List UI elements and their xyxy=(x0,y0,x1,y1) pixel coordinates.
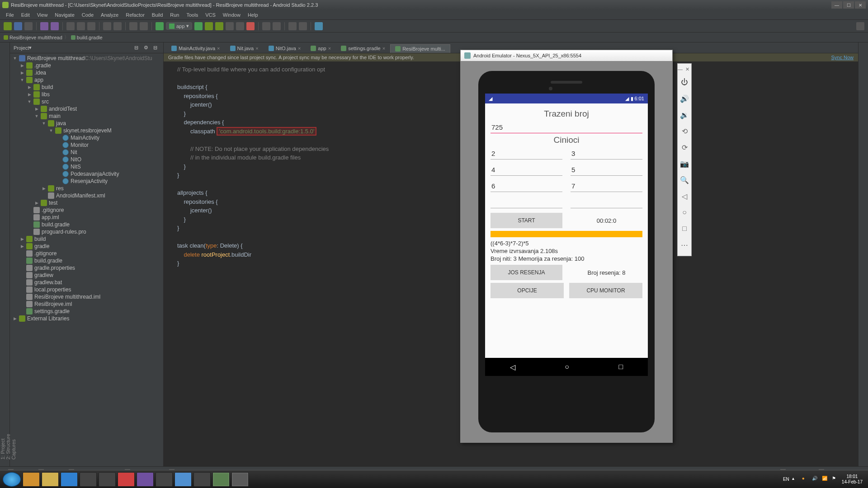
factor-input[interactable] xyxy=(491,180,562,192)
tree-node[interactable]: ▶.gradle xyxy=(10,62,163,69)
sync-now-link[interactable]: Sync Now xyxy=(831,55,854,60)
tree-node[interactable]: ▶libs xyxy=(10,91,163,98)
menu-run[interactable]: Run xyxy=(166,12,183,18)
task-icon[interactable] xyxy=(231,472,249,487)
tree-node[interactable]: .gitignore xyxy=(10,250,163,257)
cpu-monitor-button[interactable]: CPU MONITOR xyxy=(569,283,642,298)
replace-icon[interactable] xyxy=(113,22,122,30)
project-tree[interactable]: ▼ResiBrojeve multithread C:\Users\Skynet… xyxy=(10,53,163,466)
menu-window[interactable]: Window xyxy=(219,12,244,18)
emulator-control-icon[interactable]: ⏻ xyxy=(678,74,691,90)
emulator-control-icon[interactable]: ◁ xyxy=(678,188,691,204)
emulator-control-icon[interactable]: 🔍 xyxy=(678,172,691,188)
tree-node[interactable]: AndroidManifest.xml xyxy=(10,192,163,199)
tree-node[interactable]: settings.gradle xyxy=(10,308,163,315)
emu-close-button[interactable]: ✕ xyxy=(685,66,689,72)
editor-tab[interactable]: settings.gradle × xyxy=(336,44,390,53)
task-icon[interactable] xyxy=(156,472,173,487)
editor-tab[interactable]: ResiBrojeve multi... xyxy=(390,44,450,53)
tray-icon[interactable]: ● xyxy=(802,476,809,483)
emulator-control-icon[interactable]: ⋯ xyxy=(678,237,691,253)
forward-icon[interactable] xyxy=(140,22,148,30)
editor-tab[interactable]: Nit.java × xyxy=(225,44,264,53)
coverage-icon[interactable] xyxy=(236,22,244,30)
emulator-control-icon[interactable]: ⟳ xyxy=(678,139,691,155)
tree-node[interactable]: ▶.idea xyxy=(10,69,163,76)
task-icon[interactable] xyxy=(61,472,78,487)
tree-node[interactable]: Nit xyxy=(10,149,163,156)
editor-tab[interactable]: MainActivity.java × xyxy=(166,44,225,53)
gradle-icon[interactable] xyxy=(299,22,307,30)
task-icon[interactable] xyxy=(175,472,192,487)
task-icon[interactable] xyxy=(80,472,97,487)
undo-icon[interactable] xyxy=(40,22,48,30)
run-config-dropdown[interactable]: app ▾ xyxy=(166,22,192,30)
tree-node[interactable]: build.gradle xyxy=(10,257,163,264)
factor-input[interactable] xyxy=(571,164,642,176)
stop-icon[interactable] xyxy=(246,22,255,30)
task-icon[interactable] xyxy=(99,472,116,487)
editor-tab[interactable]: NitO.java × xyxy=(264,44,306,53)
back-icon[interactable] xyxy=(129,22,137,30)
tree-node[interactable]: PodesavanjaActivity xyxy=(10,170,163,178)
breadcrumb-item[interactable]: ResiBrojeve multithread xyxy=(4,35,62,40)
factor-input[interactable] xyxy=(571,148,642,160)
structure-tool-button[interactable]: 2: Structure xyxy=(5,47,11,460)
captures-tool-button[interactable]: Captures xyxy=(11,47,16,460)
minimize-button[interactable]: — xyxy=(831,1,842,9)
help-icon[interactable] xyxy=(315,22,323,30)
menu-analyze[interactable]: Analyze xyxy=(97,12,122,18)
language-indicator[interactable]: EN xyxy=(783,477,789,482)
emulator-control-icon[interactable]: 📷 xyxy=(678,155,691,172)
tray-icon[interactable]: 🔊 xyxy=(812,476,819,483)
factor-input[interactable] xyxy=(491,164,562,176)
copy-icon[interactable] xyxy=(77,22,85,30)
start-button[interactable]: START xyxy=(491,213,562,228)
tree-node[interactable]: ▶External Libraries xyxy=(10,315,163,322)
menu-tools[interactable]: Tools xyxy=(183,12,202,18)
project-tool-button[interactable]: 1: Project xyxy=(0,47,5,460)
tree-node[interactable]: Monitor xyxy=(10,141,163,149)
sdk-icon[interactable] xyxy=(273,22,281,30)
emulator-control-icon[interactable]: ⟲ xyxy=(678,123,691,139)
tree-node[interactable]: ▼src xyxy=(10,98,163,105)
factor-input[interactable] xyxy=(571,197,642,208)
menu-help[interactable]: Help xyxy=(244,12,262,18)
tree-node[interactable]: ▼main xyxy=(10,113,163,120)
tree-node[interactable]: ▶build xyxy=(10,235,163,243)
recent-button[interactable]: □ xyxy=(619,363,623,371)
structure-icon[interactable] xyxy=(288,22,297,30)
save-icon[interactable] xyxy=(14,22,22,30)
tree-node[interactable]: gradlew xyxy=(10,272,163,279)
emulator-control-icon[interactable]: 🔊 xyxy=(678,90,691,107)
tree-node[interactable]: ▶androidTest xyxy=(10,105,163,113)
home-button[interactable]: ○ xyxy=(565,363,569,371)
run-icon[interactable] xyxy=(194,22,203,30)
emulator-control-icon[interactable]: 🔉 xyxy=(678,107,691,123)
tree-node[interactable]: MainActivity xyxy=(10,134,163,141)
tree-node[interactable]: ResiBrojeve.iml xyxy=(10,300,163,308)
open-icon[interactable] xyxy=(4,22,12,30)
hide-icon[interactable]: ⊟ xyxy=(153,45,160,51)
attach-icon[interactable] xyxy=(226,22,234,30)
tree-node[interactable]: local.properties xyxy=(10,286,163,293)
tray-icon[interactable]: 📶 xyxy=(822,476,829,483)
emulator-control-icon[interactable]: ○ xyxy=(678,204,691,221)
menu-view[interactable]: View xyxy=(33,12,52,18)
tree-node[interactable]: build.gradle xyxy=(10,221,163,228)
maximize-button[interactable]: ☐ xyxy=(843,1,854,9)
tree-node[interactable]: ▶res xyxy=(10,185,163,192)
back-button[interactable]: ◁ xyxy=(510,363,515,371)
emu-minimize-button[interactable]: — xyxy=(678,66,683,72)
tree-node[interactable]: app.iml xyxy=(10,214,163,221)
tree-node[interactable]: NitS xyxy=(10,163,163,170)
task-icon[interactable] xyxy=(137,472,154,487)
tree-node[interactable]: ▶test xyxy=(10,199,163,206)
task-icon[interactable] xyxy=(118,472,135,487)
menu-navigate[interactable]: Navigate xyxy=(51,12,78,18)
factor-input[interactable] xyxy=(491,148,562,160)
tree-node[interactable]: ▼app xyxy=(10,76,163,84)
search-icon[interactable] xyxy=(856,22,864,30)
tree-node[interactable]: ResiBrojeve multithread.iml xyxy=(10,293,163,300)
tree-node[interactable]: ▶build xyxy=(10,84,163,91)
